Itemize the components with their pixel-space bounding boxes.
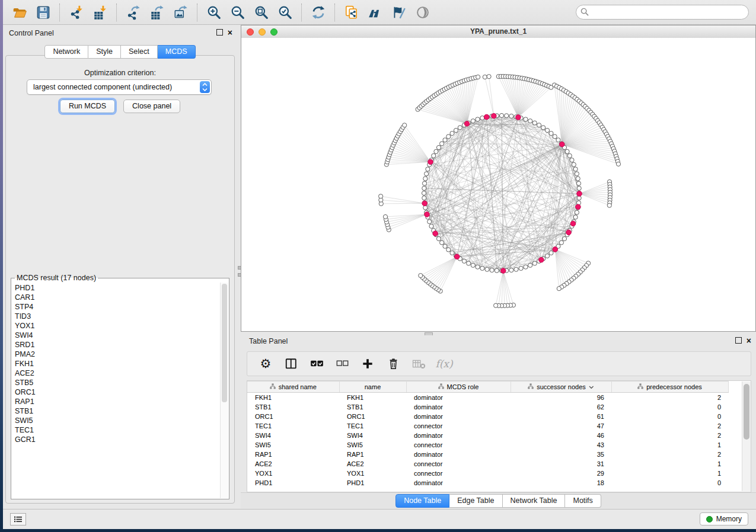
graph-mcds-node[interactable] (484, 114, 489, 120)
graph-mcds-node[interactable] (428, 159, 433, 165)
export-network-button[interactable] (122, 2, 145, 23)
column-header-successor-nodes[interactable]: successor nodes (511, 382, 611, 393)
graph-node[interactable] (575, 210, 579, 214)
graph-node[interactable] (509, 268, 513, 272)
mcds-result-item[interactable]: YOX1 (12, 321, 221, 331)
gear-button[interactable]: ⚙ (258, 356, 273, 371)
table-scrollbar[interactable] (742, 382, 751, 491)
zoom-out-button[interactable] (226, 2, 250, 23)
table-row[interactable]: PHD1PHD1dominator180 (247, 478, 728, 488)
graph-node[interactable] (443, 244, 447, 248)
panel-menu-button[interactable] (10, 513, 26, 525)
graph-node[interactable] (476, 265, 480, 269)
show-graphics-button[interactable] (411, 2, 435, 23)
graph-mcds-node[interactable] (570, 221, 576, 226)
graph-node[interactable] (519, 266, 523, 270)
graph-node[interactable] (570, 158, 574, 162)
open-button[interactable] (8, 2, 31, 23)
table-row[interactable]: FKH1FKH1dominator962 (247, 393, 728, 403)
tab-edge-table[interactable]: Edge Table (449, 494, 502, 508)
table-row[interactable]: SWI4SWI4dominator462 (247, 431, 728, 440)
graph-node[interactable] (490, 268, 494, 272)
mcds-result-item[interactable]: RAP1 (12, 397, 221, 406)
import-table-button[interactable] (88, 2, 112, 23)
graph-node[interactable] (423, 206, 428, 210)
close-panel-icon[interactable]: × (228, 30, 232, 36)
graph-node[interactable] (524, 117, 528, 121)
minimize-window-icon[interactable] (259, 28, 266, 36)
columns-button[interactable] (283, 356, 299, 371)
graph-leaf-node[interactable] (383, 214, 387, 219)
graph-mcds-node[interactable] (560, 142, 565, 147)
table-row[interactable]: RAP1RAP1dominator352 (247, 450, 728, 459)
graph-node[interactable] (425, 172, 429, 176)
network-canvas[interactable] (241, 38, 755, 331)
table-row[interactable]: STB1STB1dominator620 (247, 402, 728, 412)
graph-mcds-node[interactable] (516, 115, 521, 120)
mcds-result-item[interactable]: ACE2 (12, 368, 221, 378)
graph-node[interactable] (471, 263, 475, 267)
mcds-result-item[interactable]: PMA2 (12, 350, 221, 359)
graph-node[interactable] (446, 248, 451, 252)
tab-select[interactable]: Select (121, 45, 158, 59)
graph-node[interactable] (462, 259, 466, 263)
graph-node[interactable] (565, 149, 569, 153)
graph-leaf-node[interactable] (557, 287, 561, 291)
graph-node[interactable] (545, 254, 549, 258)
graph-leaf-node[interactable] (494, 303, 498, 307)
graph-node[interactable] (553, 134, 557, 139)
graph-node[interactable] (573, 215, 578, 219)
graph-node[interactable] (549, 251, 553, 255)
graph-node[interactable] (573, 167, 578, 171)
graph-mcds-node[interactable] (464, 121, 470, 127)
graph-node[interactable] (549, 132, 553, 136)
table-row[interactable]: YOX1YOX1connector291 (247, 469, 728, 478)
graph-node[interactable] (562, 236, 566, 241)
search-binoculars-button[interactable] (363, 2, 387, 23)
close-window-icon[interactable] (247, 28, 254, 36)
graph-node[interactable] (524, 265, 528, 269)
graph-node[interactable] (422, 186, 426, 190)
result-scrollbar[interactable] (220, 283, 228, 498)
graph-node[interactable] (509, 114, 513, 118)
column-header-name[interactable]: name (339, 382, 406, 393)
graph-node[interactable] (450, 251, 454, 255)
graph-node[interactable] (514, 267, 518, 271)
graph-node[interactable] (577, 186, 581, 190)
graph-node[interactable] (576, 181, 580, 185)
graph-node[interactable] (559, 241, 563, 245)
close-panel-button[interactable]: Close panel (123, 100, 180, 113)
graph-node[interactable] (446, 134, 451, 139)
deselect-all-button[interactable] (334, 356, 350, 371)
graph-node[interactable] (480, 266, 484, 270)
table-row[interactable]: ACE2ACE2connector311 (247, 459, 728, 469)
add-row-button[interactable] (360, 356, 375, 371)
graph-node[interactable] (454, 128, 458, 132)
column-header-MCDS-role[interactable]: MCDS role (406, 382, 511, 393)
graph-node[interactable] (505, 114, 509, 118)
network-graph[interactable] (241, 38, 755, 331)
graph-mcds-node[interactable] (422, 201, 428, 206)
graph-node[interactable] (422, 191, 426, 195)
graph-leaf-node[interactable] (616, 162, 620, 166)
zoom-selected-button[interactable] (273, 2, 297, 23)
select-all-button[interactable] (309, 356, 324, 371)
table-row[interactable]: SWI5SWI5connector431 (247, 440, 728, 450)
mcds-result-item[interactable]: CAR1 (12, 293, 221, 302)
mcds-result-item[interactable]: STB1 (12, 406, 221, 416)
column-header-shared-name[interactable]: shared name (247, 382, 339, 393)
toggle-details-button[interactable] (387, 2, 411, 23)
graph-node[interactable] (532, 121, 537, 125)
graph-mcds-node[interactable] (577, 191, 582, 197)
result-scrollbar-thumb[interactable] (222, 284, 227, 402)
graph-node[interactable] (432, 153, 436, 158)
float-table-panel-icon[interactable] (735, 337, 742, 344)
graph-node[interactable] (458, 126, 462, 130)
graph-node[interactable] (443, 138, 447, 142)
graph-node[interactable] (429, 224, 433, 228)
tab-network-table[interactable]: Network Table (503, 494, 566, 508)
mcds-result-item[interactable]: STP4 (12, 302, 221, 312)
refresh-button[interactable] (307, 2, 330, 23)
close-table-panel-icon[interactable]: × (747, 338, 751, 344)
maximize-window-icon[interactable] (270, 28, 277, 36)
